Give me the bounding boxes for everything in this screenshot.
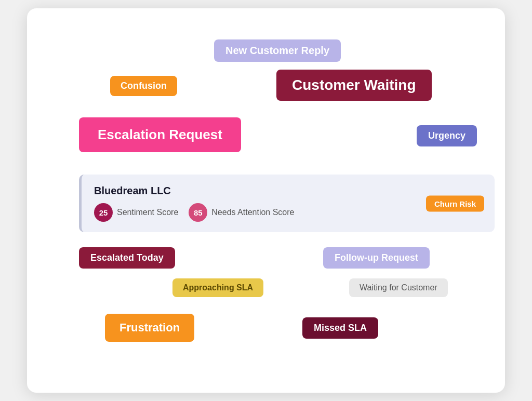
tag-escalated-today[interactable]: Escalated Today bbox=[79, 247, 175, 269]
tag-frustration-label: Frustration bbox=[119, 321, 180, 335]
info-card: Bluedream LLC 25 Sentiment Score 85 Need… bbox=[79, 175, 495, 232]
tag-missed-sla[interactable]: Missed SLA bbox=[302, 317, 378, 339]
tag-approaching-sla-label: Approaching SLA bbox=[183, 283, 253, 292]
tag-followup-request-label: Follow-up Request bbox=[335, 252, 418, 263]
tag-waiting-for-customer[interactable]: Waiting for Customer bbox=[349, 278, 448, 297]
attention-label: Needs Attention Score bbox=[211, 208, 294, 217]
scores-row: 25 Sentiment Score 85 Needs Attention Sc… bbox=[94, 203, 482, 222]
tag-escalation-request-label: Escalation Request bbox=[98, 127, 222, 143]
tag-escalation-request[interactable]: Escalation Request bbox=[79, 117, 241, 152]
tag-urgency-label: Urgency bbox=[428, 130, 466, 141]
tag-customer-waiting[interactable]: Customer Waiting bbox=[276, 70, 432, 101]
tags-area: New Customer Reply Confusion Customer Wa… bbox=[53, 29, 479, 336]
main-card: New Customer Reply Confusion Customer Wa… bbox=[27, 8, 505, 393]
churn-risk-badge[interactable]: Churn Risk bbox=[426, 195, 484, 211]
tag-followup-request[interactable]: Follow-up Request bbox=[323, 247, 430, 269]
tag-new-customer-reply-label: New Customer Reply bbox=[225, 45, 329, 57]
tag-new-customer-reply[interactable]: New Customer Reply bbox=[214, 39, 341, 62]
tag-customer-waiting-label: Customer Waiting bbox=[292, 77, 416, 93]
tag-missed-sla-label: Missed SLA bbox=[314, 323, 367, 333]
tag-urgency[interactable]: Urgency bbox=[417, 125, 477, 146]
tag-approaching-sla[interactable]: Approaching SLA bbox=[172, 278, 263, 297]
tag-waiting-for-customer-label: Waiting for Customer bbox=[360, 283, 437, 292]
tag-confusion-label: Confusion bbox=[121, 81, 167, 91]
tag-escalated-today-label: Escalated Today bbox=[90, 252, 164, 263]
tag-confusion[interactable]: Confusion bbox=[110, 76, 177, 96]
sentiment-score-badge: 25 bbox=[94, 203, 113, 222]
company-name: Bluedream LLC bbox=[94, 185, 482, 197]
sentiment-label: Sentiment Score bbox=[117, 208, 178, 217]
churn-risk-label: Churn Risk bbox=[434, 199, 476, 208]
tag-frustration[interactable]: Frustration bbox=[105, 314, 194, 342]
attention-score-badge: 85 bbox=[189, 203, 207, 222]
